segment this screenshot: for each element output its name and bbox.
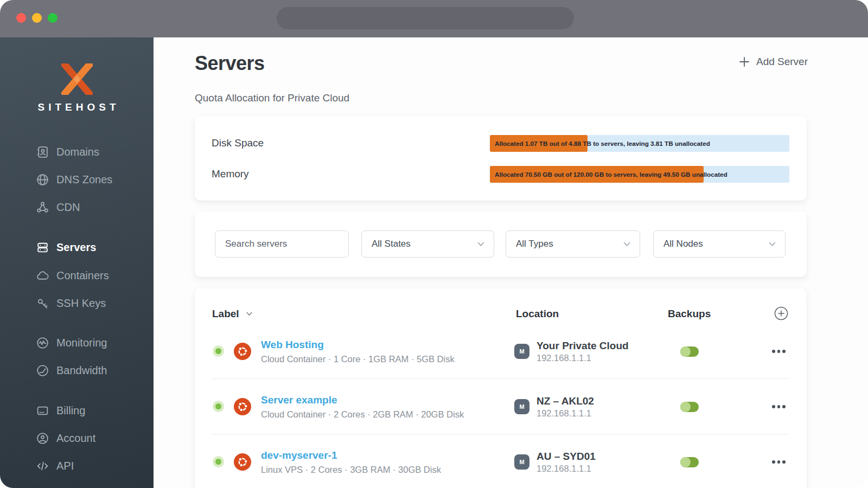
row-actions-menu[interactable] [772,405,786,408]
key-icon [36,297,49,310]
nodes-dropdown[interactable]: All Nodes [653,230,786,258]
server-label-group: dev-myserver-1 Linux VPS · 2 Cores · 3GB… [261,449,441,476]
nodes-dropdown-value: All Nodes [663,239,703,249]
sidebar-item-api[interactable]: API [36,456,74,476]
location-badge: M [514,399,529,414]
status-online-icon [213,456,224,467]
search-input[interactable] [215,239,348,249]
states-dropdown[interactable]: All States [361,230,494,258]
location-ip: 192.168.1.1.1 [537,463,596,474]
close-window-button[interactable] [16,13,26,23]
sidebar-item-label: Bandwidth [56,364,107,377]
column-header-location: Location [516,307,559,321]
sidebar-item-cdn[interactable]: CDN [36,197,80,217]
page-title: Servers [195,52,265,75]
sidebar-item-label: Account [56,432,95,445]
gauge-icon [36,364,49,377]
column-header-backups-text: Backups [668,307,711,321]
location-group: NZ – AKL02 192.168.1.1.1 [537,395,594,419]
minimize-window-button[interactable] [32,13,42,23]
page-subtitle: Quota Allocation for Private Cloud [195,92,349,104]
sitehost-logo-icon [61,63,93,95]
row-actions-menu[interactable] [772,460,786,464]
address-bar[interactable] [277,7,574,29]
user-icon [36,432,49,445]
location-name: NZ – AKL02 [537,395,594,408]
titlebar [0,0,868,37]
zoom-window-button[interactable] [48,13,58,23]
types-dropdown-value: All Types [516,239,553,249]
filter-card: All States All Types All Nodes [195,211,807,277]
sidebar-item-label: Domains [56,146,99,158]
sidebar-item-account[interactable]: Account [36,428,95,448]
disk-space-label: Disk Space [212,136,264,150]
column-header-backups: Backups [668,307,711,321]
server-specs: Cloud Container · 1 Core · 1GB RAM · 5GB… [261,353,455,365]
server-specs: Linux VPS · 2 Cores · 3GB RAM · 30GB Dis… [261,464,441,476]
location-badge: M [514,454,529,470]
disk-space-bar: Allocated 1.07 TB out of 4.88 TB to serv… [490,135,789,152]
server-icon [36,241,49,254]
server-name-link[interactable]: dev-myserver-1 [261,449,441,462]
sidebar-item-containers[interactable]: Containers [36,266,109,285]
status-online-icon [213,345,224,357]
memory-allocation-text: Allocated 70.50 GB out of 120.00 GB to s… [495,166,727,183]
ubuntu-icon [234,398,251,415]
brand-name: SITEHOST [0,101,154,113]
pulse-icon [36,336,49,350]
sidebar-item-label: SSH Keys [56,297,106,310]
sidebar-item-domains[interactable]: Domains [36,142,99,162]
chevron-down-icon [623,242,630,247]
sidebar-item-servers[interactable]: Servers [36,237,96,257]
server-label-group: Server example Cloud Container · 2 Cores… [261,394,464,420]
network-icon [36,201,49,214]
add-server-button[interactable]: Add Server [738,56,808,68]
server-name-link[interactable]: Server example [261,394,464,407]
location-group: Your Private Cloud 192.168.1.1.1 [537,339,629,363]
address-book-icon [36,145,49,159]
add-server-label: Add Server [756,56,808,68]
ubuntu-icon [234,343,251,360]
server-name-link[interactable]: Web Hosting [261,338,455,351]
chevron-down-icon [477,242,484,247]
location-ip: 192.168.1.1.1 [537,408,594,419]
backups-toggle[interactable] [680,346,699,357]
types-dropdown[interactable]: All Types [506,230,640,258]
location-name: AU – SYD01 [537,450,596,463]
plus-icon [738,56,750,68]
code-icon [36,459,49,473]
server-label-group: Web Hosting Cloud Container · 1 Core · 1… [261,338,455,365]
location-group: AU – SYD01 192.168.1.1.1 [537,450,596,474]
add-column-icon[interactable] [774,306,788,320]
main-content: Servers Add Server Quota Allocation for … [154,37,868,488]
column-header-label[interactable]: Label [212,307,252,321]
row-actions-menu[interactable] [772,350,786,353]
sidebar-item-label: DNS Zones [56,174,112,186]
table-row: Server example Cloud Container · 2 Cores… [195,379,807,434]
sidebar-item-label: API [56,460,74,472]
status-online-icon [213,401,224,412]
column-header-label-text: Label [212,307,239,321]
table-row: Web Hosting Cloud Container · 1 Core · 1… [195,324,807,379]
sidebar-item-billing[interactable]: Billing [36,401,85,420]
backups-toggle[interactable] [680,457,699,467]
sort-chevron-icon [246,312,252,316]
disk-space-allocation-text: Allocated 1.07 TB out of 4.88 TB to serv… [495,135,710,152]
backups-toggle[interactable] [680,402,699,412]
memory-label: Memory [212,167,249,181]
chevron-down-icon [769,242,776,247]
server-specs: Cloud Container · 2 Cores · 2GB RAM · 20… [261,408,464,420]
sidebar-item-ssh-keys[interactable]: SSH Keys [36,293,106,313]
globe-icon [36,173,49,187]
search-field [215,230,349,258]
sidebar-item-dns-zones[interactable]: DNS Zones [36,170,112,189]
sidebar-item-bandwidth[interactable]: Bandwidth [36,361,107,380]
location-name: Your Private Cloud [537,339,629,352]
sidebar: SITEHOST Domains DNS Zones CDN Servers [0,37,154,488]
sidebar-item-label: Servers [56,241,96,254]
states-dropdown-value: All States [372,239,411,249]
column-header-location-text: Location [516,307,559,321]
sidebar-item-monitoring[interactable]: Monitoring [36,333,107,352]
location-badge: M [514,344,529,359]
sidebar-item-label: Containers [56,269,109,282]
